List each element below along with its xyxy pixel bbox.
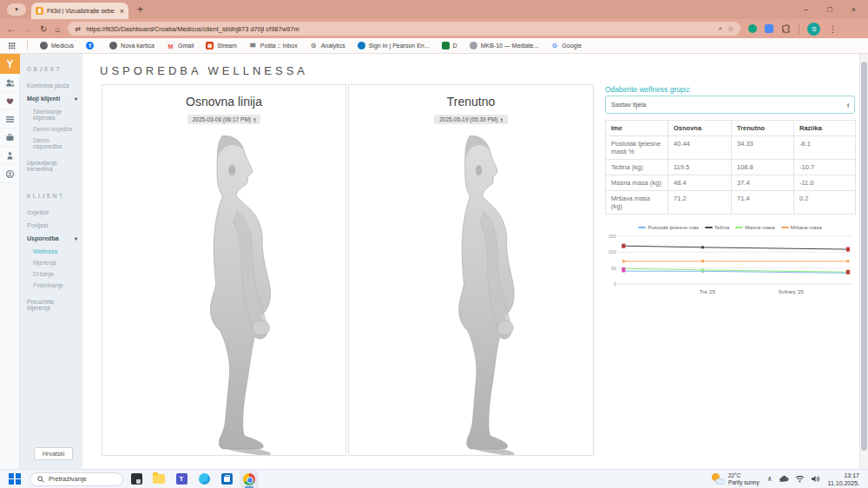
browser-menu-icon[interactable]: ⋮ (828, 24, 837, 34)
legend-swatch-icon (735, 227, 743, 228)
home-icon[interactable]: ⌂ (55, 24, 60, 34)
rail-briefcase-icon[interactable] (0, 129, 20, 147)
sidebar-item-izvjesce[interactable]: Izvješće (27, 209, 77, 215)
page-scrollbar[interactable] (859, 54, 868, 469)
taskbar-search[interactable]: Pretraživanje (30, 472, 123, 486)
sidebar-item-kontrolna-ploca[interactable]: Kontrolna ploča (27, 82, 77, 89)
bookmark-facebook[interactable]: f (86, 42, 97, 49)
col-header-razlika: Razlika (794, 121, 856, 136)
table-row: Masna masa (kg) 48.4 37.4 -11.0 (606, 175, 856, 191)
sidebar-item-skeniranje-klijenata[interactable]: Skeniranje klijenata (33, 109, 77, 121)
extensions-puzzle-icon[interactable] (781, 24, 791, 34)
fit3d-logo[interactable]: Y (0, 54, 20, 74)
bookmark-analytics[interactable]: GAnalytics (310, 42, 345, 49)
current-date-select[interactable]: 2025-05-19 (05:39 PM) ▴▾ (434, 115, 507, 124)
sidebar-item-wellness[interactable]: Wellness (33, 248, 77, 254)
legend-item[interactable]: Težina (705, 225, 729, 230)
chrome-icon (243, 473, 255, 485)
bookmark-d[interactable]: D (442, 42, 457, 49)
table-row: Težina (kg) 119.5 108.8 -10.7 (606, 160, 856, 175)
bookmark-mkb10[interactable]: MKB-10 — Mediate... (470, 42, 539, 49)
window-close-button[interactable]: × (852, 5, 856, 14)
legend-label: Mršava masa (791, 225, 822, 230)
rail-person-icon[interactable] (0, 147, 20, 165)
baseline-scan-panel: Osnovna linija 2025-03-06 (06:17 PM) ▴▾ (102, 84, 346, 456)
bookmark-gmail[interactable]: MGmail (167, 42, 194, 49)
profile-avatar[interactable]: S (807, 23, 820, 36)
sidebar-item-usporedba[interactable]: Usporedba ▾ (27, 235, 77, 241)
rail-heart-icon[interactable] (0, 92, 20, 110)
back-icon[interactable]: ← (7, 24, 16, 34)
tray-chevron-icon[interactable]: ∧ (767, 475, 773, 483)
extension-translate-icon[interactable] (765, 24, 773, 33)
sidebar-item-demo-usporedba[interactable]: Demo usporedba (33, 137, 77, 149)
store-button[interactable] (217, 471, 236, 488)
wellness-group-select[interactable]: Sastav tijela ▴▾ (605, 96, 855, 114)
system-tray: ∧ (767, 475, 820, 483)
address-bar[interactable]: ⇄ https://fit3D/Dashboard/Croatia/Medicu… (68, 22, 740, 36)
legend-item[interactable]: Mršava masa (781, 225, 822, 230)
zoom-icon[interactable]: ⌕ (719, 24, 722, 33)
url-text[interactable]: https://fit3D/Dashboard/Croatia/Medicus/… (86, 25, 713, 33)
bookmark-label: Pošta :: Inbox (260, 43, 298, 49)
teams-button[interactable]: T (172, 471, 191, 488)
sidebar-item-preuzmite-mjerenja[interactable]: Preuzmite Mjerenja (27, 299, 77, 311)
scrollbar-thumb[interactable] (861, 62, 867, 451)
taskbar-clock[interactable]: 13:17 11.10.2025. (828, 472, 859, 487)
rail-group-icon[interactable] (0, 74, 20, 92)
reload-icon[interactable]: ↻ (40, 24, 47, 34)
file-explorer-button[interactable] (149, 471, 168, 488)
legend-swatch-icon (705, 227, 713, 228)
sidebar-item-prekrivanje[interactable]: Prekrivanje (33, 282, 77, 288)
metric-diff: -10.7 (794, 160, 856, 175)
sidebar-item-drzanje[interactable]: Držanje (33, 271, 77, 277)
task-view-button[interactable] (127, 471, 146, 488)
bookmark-google[interactable]: GGoogle (551, 42, 582, 49)
window-minimize-button[interactable]: – (804, 5, 808, 14)
chrome-button[interactable] (240, 471, 259, 488)
bookmark-medicus[interactable]: Medicus (40, 42, 74, 49)
edge-button[interactable] (194, 471, 214, 488)
svg-text:100: 100 (608, 249, 616, 254)
legend-item[interactable]: Postotak tjelesne mas (638, 225, 699, 230)
mail-icon: ✉ (249, 42, 257, 49)
baseline-body-scan-image (156, 132, 292, 455)
legend-item[interactable]: Masna masa (735, 225, 774, 230)
bookmark-stream[interactable]: ≣Stream (206, 42, 237, 49)
apps-grid-icon[interactable] (9, 43, 15, 49)
bookmark-nova-kartica[interactable]: Nova kartica (109, 42, 155, 49)
metric-diff: -11.0 (794, 175, 856, 191)
bookmarks-bar: Medicus f Nova kartica MGmail ≣Stream ✉P… (0, 38, 868, 54)
onedrive-cloud-icon[interactable] (779, 475, 789, 483)
tab-close-icon[interactable]: × (120, 7, 124, 16)
window-maximize-button[interactable]: □ (827, 5, 832, 14)
tune-icon[interactable]: ⇄ (75, 25, 81, 33)
browser-tab[interactable]: Fit3d | Vizualizirajte sebe zdrav × (31, 3, 128, 19)
weather-widget[interactable]: 22°CPartly sunny (712, 472, 760, 486)
sidebar-item-demo-izvjesce[interactable]: Demo izvješće (33, 126, 77, 132)
bookmark-posta-inbox[interactable]: ✉Pošta :: Inbox (249, 42, 298, 49)
new-tab-button[interactable]: + (137, 3, 143, 16)
wifi-icon[interactable] (795, 475, 805, 483)
select-arrows-icon: ▴▾ (847, 102, 849, 108)
volume-icon[interactable] (811, 475, 820, 483)
task-view-icon (131, 473, 142, 485)
baseline-date-select[interactable]: 2025-03-06 (06:17 PM) ▴▾ (187, 115, 260, 124)
bookmark-star-icon[interactable]: ☆ (727, 25, 733, 33)
start-button[interactable] (9, 473, 21, 485)
sidebar-item-mjerenja[interactable]: Mjerenja (33, 260, 77, 266)
tab-search-button[interactable]: ▾ (7, 3, 26, 16)
forward-icon[interactable]: → (23, 24, 32, 34)
language-button[interactable]: Hrvatski (34, 447, 73, 460)
metric-current: 34.33 (732, 136, 794, 160)
gmail-icon: M (167, 42, 174, 49)
sidebar-item-moji-klijenti[interactable]: Moji klijenti ▾ (27, 96, 77, 102)
bookmark-pearson[interactable]: Sign In | Pearson En... (358, 42, 430, 49)
rail-account-icon[interactable] (0, 165, 20, 183)
sidebar-item-povijest[interactable]: Povijest (27, 222, 77, 228)
analytics-icon: G (310, 42, 318, 49)
extension-grammarly-icon[interactable] (748, 24, 757, 33)
sidebar-item-upravljanje-trenerima[interactable]: Upravljanje trenerima (27, 160, 77, 172)
rail-list-icon[interactable] (0, 110, 20, 129)
app-icon-rail: Y (0, 54, 20, 469)
